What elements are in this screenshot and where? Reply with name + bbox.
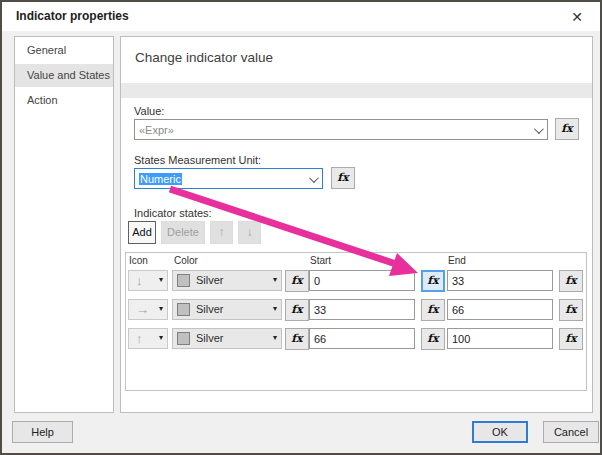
caret-down-icon: ▾ xyxy=(273,304,277,313)
help-button[interactable]: Help xyxy=(12,421,73,443)
cancel-button[interactable]: Cancel xyxy=(543,421,599,443)
caret-down-icon: ▾ xyxy=(159,304,163,313)
col-header-color: Color xyxy=(174,255,198,266)
start-fx-button-highlighted[interactable]: fx xyxy=(421,270,445,292)
value-dropdown[interactable]: «Expr» xyxy=(134,119,548,140)
states-toolbar: Add Delete ↑ ↓ xyxy=(128,221,261,244)
end-value-input[interactable] xyxy=(447,299,553,320)
col-header-icon: Icon xyxy=(129,255,148,266)
color-fx-button[interactable]: fx xyxy=(285,299,309,321)
color-fx-button[interactable]: fx xyxy=(285,328,309,350)
heading-separator-band xyxy=(121,83,592,98)
chevron-down-icon xyxy=(309,173,319,183)
end-value-input[interactable] xyxy=(447,328,553,349)
color-dropdown[interactable]: Silver ▾ xyxy=(172,299,282,320)
sidebar: General Value and States Action xyxy=(14,36,114,413)
main-panel: Change indicator value Value: «Expr» fx … xyxy=(120,36,593,413)
indicator-states-table: Icon Color Start End ↓ ▾ Silver ▾ fx fx xyxy=(125,252,587,391)
chevron-down-icon xyxy=(534,124,544,134)
color-fx-button[interactable]: fx xyxy=(285,270,309,292)
states-measurement-unit-dropdown[interactable]: Numeric xyxy=(134,168,323,189)
table-row: → ▾ Silver ▾ fx fx fx xyxy=(126,299,586,320)
col-header-end: End xyxy=(448,255,466,266)
icon-dropdown[interactable]: → ▾ xyxy=(128,299,168,320)
color-dropdown[interactable]: Silver ▾ xyxy=(172,328,282,349)
move-up-button[interactable]: ↑ xyxy=(210,221,233,244)
icon-dropdown[interactable]: ↑ ▾ xyxy=(128,328,168,349)
smu-fx-button[interactable]: fx xyxy=(331,167,355,189)
end-fx-button[interactable]: fx xyxy=(559,299,583,321)
start-value-input[interactable] xyxy=(309,299,415,320)
start-value-input[interactable] xyxy=(309,328,415,349)
start-fx-button[interactable]: fx xyxy=(421,299,445,321)
states-measurement-unit-label: States Measurement Unit: xyxy=(134,154,261,166)
titlebar: Indicator properties ✕ xyxy=(2,2,600,31)
icon-dropdown[interactable]: ↓ ▾ xyxy=(128,270,168,291)
indicator-properties-dialog: Indicator properties ✕ General Value and… xyxy=(0,0,602,455)
color-dropdown[interactable]: Silver ▾ xyxy=(172,270,282,291)
end-fx-button[interactable]: fx xyxy=(559,270,583,292)
value-label: Value: xyxy=(134,105,164,117)
sidebar-item-general[interactable]: General xyxy=(15,39,113,62)
table-row: ↓ ▾ Silver ▾ fx fx fx xyxy=(126,270,586,291)
sidebar-item-action[interactable]: Action xyxy=(15,89,113,112)
silver-swatch xyxy=(177,274,190,287)
up-arrow-icon: ↑ xyxy=(136,331,143,346)
down-arrow-icon: ↓ xyxy=(136,273,143,288)
delete-button[interactable]: Delete xyxy=(161,221,205,244)
states-measurement-unit-value: Numeric xyxy=(139,173,182,185)
silver-swatch xyxy=(177,303,190,316)
ok-button[interactable]: OK xyxy=(472,421,528,443)
sidebar-item-value-and-states[interactable]: Value and States xyxy=(15,64,113,87)
end-value-input[interactable] xyxy=(447,270,553,291)
page-title: Change indicator value xyxy=(135,50,273,65)
value-dropdown-text: «Expr» xyxy=(139,124,174,136)
dialog-title: Indicator properties xyxy=(16,9,129,23)
color-name: Silver xyxy=(196,303,224,315)
start-value-input[interactable] xyxy=(309,270,415,291)
add-button[interactable]: Add xyxy=(128,221,156,244)
caret-down-icon: ▾ xyxy=(159,333,163,342)
right-arrow-icon: → xyxy=(136,302,149,317)
start-fx-button[interactable]: fx xyxy=(421,328,445,350)
silver-swatch xyxy=(177,332,190,345)
caret-down-icon: ▾ xyxy=(159,275,163,284)
col-header-start: Start xyxy=(310,255,331,266)
color-name: Silver xyxy=(196,274,224,286)
move-down-button[interactable]: ↓ xyxy=(238,221,261,244)
value-fx-button[interactable]: fx xyxy=(555,118,579,140)
caret-down-icon: ▾ xyxy=(273,275,277,284)
caret-down-icon: ▾ xyxy=(273,333,277,342)
table-row: ↑ ▾ Silver ▾ fx fx fx xyxy=(126,328,586,349)
color-name: Silver xyxy=(196,332,224,344)
close-icon[interactable]: ✕ xyxy=(568,8,586,26)
end-fx-button[interactable]: fx xyxy=(559,328,583,350)
indicator-states-label: Indicator states: xyxy=(134,207,212,219)
